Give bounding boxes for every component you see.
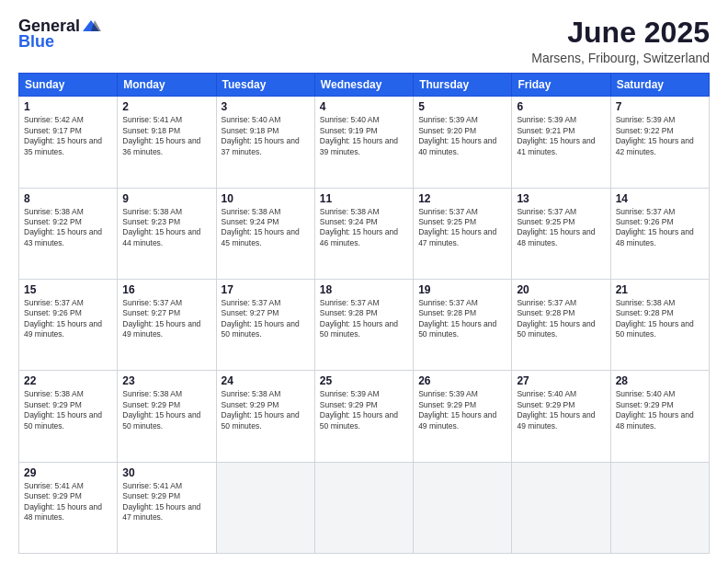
logo-icon [81, 18, 101, 35]
page: General Blue June 2025 Marsens, Fribourg… [0, 0, 728, 563]
table-row: 19 Sunrise: 5:37 AMSunset: 9:28 PMDaylig… [414, 279, 512, 370]
table-row: 4 Sunrise: 5:40 AMSunset: 9:19 PMDayligh… [314, 97, 413, 188]
calendar-week-row: 15 Sunrise: 5:37 AMSunset: 9:26 PMDaylig… [19, 279, 710, 370]
empty-cell [414, 462, 512, 553]
table-row: 8 Sunrise: 5:38 AMSunset: 9:22 PMDayligh… [19, 188, 118, 279]
empty-cell [314, 462, 413, 553]
table-row: 17 Sunrise: 5:37 AMSunset: 9:27 PMDaylig… [216, 279, 314, 370]
title-block: June 2025 Marsens, Fribourg, Switzerland [531, 17, 710, 65]
table-row: 24 Sunrise: 5:38 AMSunset: 9:29 PMDaylig… [216, 371, 314, 462]
col-friday: Friday [512, 74, 610, 97]
table-row: 23 Sunrise: 5:38 AMSunset: 9:29 PMDaylig… [118, 371, 216, 462]
table-row: 15 Sunrise: 5:37 AMSunset: 9:26 PMDaylig… [19, 279, 118, 370]
col-thursday: Thursday [414, 74, 512, 97]
col-saturday: Saturday [610, 74, 709, 97]
logo: General Blue [18, 17, 102, 52]
table-row: 6 Sunrise: 5:39 AMSunset: 9:21 PMDayligh… [512, 97, 610, 188]
location: Marsens, Fribourg, Switzerland [531, 51, 710, 65]
table-row: 1 Sunrise: 5:42 AMSunset: 9:17 PMDayligh… [19, 97, 118, 188]
table-row: 7 Sunrise: 5:39 AMSunset: 9:22 PMDayligh… [610, 97, 709, 188]
col-sunday: Sunday [19, 74, 118, 97]
col-wednesday: Wednesday [314, 74, 413, 97]
table-row: 10 Sunrise: 5:38 AMSunset: 9:24 PMDaylig… [216, 188, 314, 279]
empty-cell [610, 462, 709, 553]
empty-cell [512, 462, 610, 553]
col-tuesday: Tuesday [216, 74, 314, 97]
calendar-table: Sunday Monday Tuesday Wednesday Thursday… [18, 73, 710, 554]
table-row: 28 Sunrise: 5:40 AMSunset: 9:29 PMDaylig… [610, 371, 709, 462]
month-title: June 2025 [531, 17, 710, 49]
table-row: 3 Sunrise: 5:40 AMSunset: 9:18 PMDayligh… [216, 97, 314, 188]
table-row: 9 Sunrise: 5:38 AMSunset: 9:23 PMDayligh… [118, 188, 216, 279]
calendar-week-row: 8 Sunrise: 5:38 AMSunset: 9:22 PMDayligh… [19, 188, 710, 279]
calendar-header-row: Sunday Monday Tuesday Wednesday Thursday… [19, 74, 710, 97]
table-row: 12 Sunrise: 5:37 AMSunset: 9:25 PMDaylig… [414, 188, 512, 279]
table-row: 5 Sunrise: 5:39 AMSunset: 9:20 PMDayligh… [414, 97, 512, 188]
calendar-week-row: 29 Sunrise: 5:41 AMSunset: 9:29 PMDaylig… [19, 462, 710, 553]
table-row: 30 Sunrise: 5:41 AMSunset: 9:29 PMDaylig… [118, 462, 216, 553]
table-row: 16 Sunrise: 5:37 AMSunset: 9:27 PMDaylig… [118, 279, 216, 370]
table-row: 11 Sunrise: 5:38 AMSunset: 9:24 PMDaylig… [314, 188, 413, 279]
header: General Blue June 2025 Marsens, Fribourg… [18, 17, 710, 65]
table-row: 20 Sunrise: 5:37 AMSunset: 9:28 PMDaylig… [512, 279, 610, 370]
table-row: 14 Sunrise: 5:37 AMSunset: 9:26 PMDaylig… [610, 188, 709, 279]
table-row: 26 Sunrise: 5:39 AMSunset: 9:29 PMDaylig… [414, 371, 512, 462]
table-row: 13 Sunrise: 5:37 AMSunset: 9:25 PMDaylig… [512, 188, 610, 279]
calendar-week-row: 22 Sunrise: 5:38 AMSunset: 9:29 PMDaylig… [19, 371, 710, 462]
table-row: 21 Sunrise: 5:38 AMSunset: 9:28 PMDaylig… [610, 279, 709, 370]
table-row: 2 Sunrise: 5:41 AMSunset: 9:18 PMDayligh… [118, 97, 216, 188]
col-monday: Monday [118, 74, 216, 97]
calendar-week-row: 1 Sunrise: 5:42 AMSunset: 9:17 PMDayligh… [19, 97, 710, 188]
table-row: 25 Sunrise: 5:39 AMSunset: 9:29 PMDaylig… [314, 371, 413, 462]
table-row: 22 Sunrise: 5:38 AMSunset: 9:29 PMDaylig… [19, 371, 118, 462]
table-row: 18 Sunrise: 5:37 AMSunset: 9:28 PMDaylig… [314, 279, 413, 370]
table-row: 29 Sunrise: 5:41 AMSunset: 9:29 PMDaylig… [19, 462, 118, 553]
empty-cell [216, 462, 314, 553]
table-row: 27 Sunrise: 5:40 AMSunset: 9:29 PMDaylig… [512, 371, 610, 462]
logo-blue: Blue [18, 32, 54, 52]
